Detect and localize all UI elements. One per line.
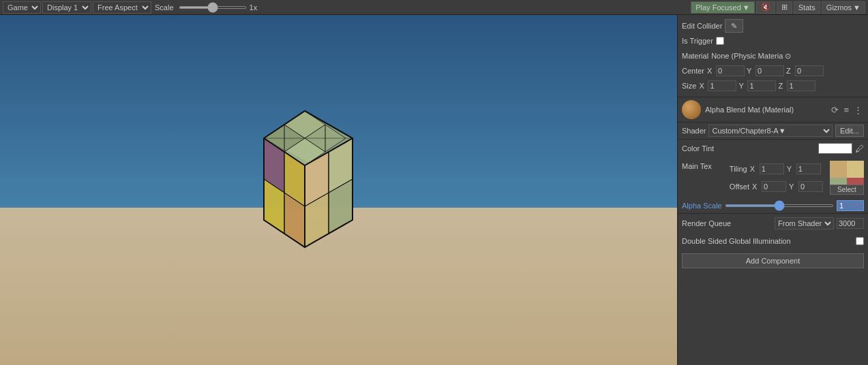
color-picker-icon[interactable]: 🖊 bbox=[855, 144, 864, 154]
is-trigger-label: Is Trigger bbox=[682, 37, 713, 45]
tex-cell-1 bbox=[830, 161, 847, 178]
material-label: Material bbox=[682, 52, 708, 60]
size-y-input[interactable] bbox=[747, 80, 776, 91]
tex-cell-2 bbox=[847, 161, 864, 178]
shader-select[interactable]: Custom/Chapter8-A▼ bbox=[708, 125, 832, 137]
center-x-input[interactable] bbox=[716, 65, 745, 76]
double-sided-row: Double Sided Global Illumination bbox=[678, 234, 868, 248]
center-row: Center X Y Z bbox=[682, 64, 864, 78]
tex-settings: Tiling X Y Offset X Y bbox=[730, 161, 823, 195]
offset-y-input[interactable] bbox=[798, 181, 823, 192]
alpha-scale-row: Alpha Scale bbox=[678, 198, 868, 214]
size-label: Size bbox=[682, 82, 696, 90]
offset-label: Offset bbox=[730, 182, 749, 191]
main-tex-label: Main Tex bbox=[682, 162, 712, 170]
3d-cube bbox=[216, 97, 393, 283]
tiling-row: Tiling X Y bbox=[730, 162, 823, 176]
alpha-scale-input[interactable] bbox=[837, 200, 864, 211]
is-trigger-row: Is Trigger bbox=[682, 34, 864, 48]
offset-x-label: X bbox=[752, 182, 759, 191]
color-tint-label: Color Tint bbox=[682, 144, 714, 153]
scale-value: 1x bbox=[250, 3, 258, 12]
gizmos-chevron-icon: ▼ bbox=[853, 3, 860, 12]
is-trigger-checkbox[interactable] bbox=[716, 37, 724, 45]
box-collider-section: Edit Collider ✎ Is Trigger Material None… bbox=[678, 15, 868, 97]
tiling-x-label: X bbox=[750, 165, 757, 173]
tiling-label: Tiling bbox=[730, 165, 747, 173]
color-tint-swatch[interactable] bbox=[818, 143, 852, 154]
game-view bbox=[0, 15, 677, 365]
size-z-label: Z bbox=[778, 82, 785, 90]
size-x-input[interactable] bbox=[708, 80, 736, 91]
material-header: Alpha Blend Mat (Material) ⟳ ≡ ⋮ bbox=[678, 97, 868, 123]
double-sided-checkbox[interactable] bbox=[856, 237, 864, 245]
game-toolbar: Game Display 1 Free Aspect Scale 1x Play… bbox=[0, 0, 868, 15]
shader-label: Shader bbox=[682, 127, 706, 135]
shader-row: Shader Custom/Chapter8-A▼ Edit... bbox=[678, 123, 868, 140]
stats-button[interactable]: Stats bbox=[794, 1, 820, 14]
render-queue-value[interactable] bbox=[837, 218, 864, 229]
grid-icon-button[interactable]: ⊞ bbox=[777, 1, 792, 14]
center-label: Center bbox=[682, 67, 704, 75]
center-y-input[interactable] bbox=[755, 65, 784, 76]
size-y-label: Y bbox=[738, 82, 745, 90]
center-z-label: Z bbox=[786, 67, 793, 75]
render-queue-label: Render Queue bbox=[682, 219, 731, 227]
scale-label: Scale bbox=[153, 3, 176, 12]
scale-container: Scale 1x bbox=[153, 3, 257, 12]
material-name: Alpha Blend Mat (Material) bbox=[705, 106, 826, 114]
alpha-scale-label: Alpha Scale bbox=[682, 202, 722, 210]
alpha-scale-slider[interactable] bbox=[725, 204, 834, 207]
double-sided-label: Double Sided Global Illumination bbox=[682, 237, 791, 245]
add-component-button[interactable]: Add Component bbox=[682, 253, 864, 268]
mute-icon: 🔇 bbox=[761, 3, 770, 12]
center-y-label: Y bbox=[747, 67, 753, 75]
offset-y-label: Y bbox=[789, 182, 796, 191]
size-row: Size X Y Z bbox=[682, 79, 864, 93]
stats-label: Stats bbox=[798, 3, 815, 12]
render-queue-row: Render Queue From Shader bbox=[678, 215, 868, 232]
edit-collider-label: Edit Collider bbox=[682, 22, 722, 30]
scale-slider[interactable] bbox=[179, 6, 247, 9]
chevron-down-icon: ▼ bbox=[743, 3, 750, 12]
shader-edit-button[interactable]: Edit... bbox=[835, 125, 864, 137]
main-content: Edit Collider ✎ Is Trigger Material None… bbox=[0, 15, 868, 365]
display-select[interactable]: Display 1 bbox=[42, 1, 91, 14]
tiling-y-label: Y bbox=[787, 165, 794, 173]
gizmos-label: Gizmos bbox=[826, 3, 852, 12]
offset-x-input[interactable] bbox=[762, 181, 786, 192]
refresh-icon-button[interactable]: ⟳ bbox=[830, 105, 840, 115]
game-mode-select[interactable]: Game bbox=[3, 1, 41, 14]
tiling-x-input[interactable] bbox=[760, 163, 784, 174]
settings-icon-button[interactable]: ≡ bbox=[842, 105, 850, 115]
center-coords: X Y Z bbox=[707, 65, 824, 76]
more-icon-button[interactable]: ⋮ bbox=[852, 105, 864, 115]
main-tex-row: Main Tex Tiling X Y Offset X Y bbox=[678, 159, 868, 197]
tiling-y-input[interactable] bbox=[796, 163, 821, 174]
mute-button[interactable]: 🔇 bbox=[756, 1, 775, 14]
material-icon bbox=[682, 100, 701, 119]
inspector-panel: Edit Collider ✎ Is Trigger Material None… bbox=[677, 15, 868, 365]
play-focused-button[interactable]: Play Focused ▼ bbox=[691, 1, 755, 14]
edit-collider-button[interactable]: ✎ bbox=[725, 19, 743, 33]
render-queue-select[interactable]: From Shader bbox=[775, 217, 834, 229]
material-actions: ⟳ ≡ ⋮ bbox=[830, 105, 864, 115]
center-z-input[interactable] bbox=[795, 65, 824, 76]
center-x-label: X bbox=[707, 67, 714, 75]
gizmos-button[interactable]: Gizmos ▼ bbox=[822, 1, 865, 14]
material-value: None (Physic Materia ⊙ bbox=[711, 52, 864, 61]
aspect-select[interactable]: Free Aspect bbox=[93, 1, 151, 14]
size-coords: X Y Z bbox=[699, 80, 815, 91]
offset-row: Offset X Y bbox=[730, 180, 823, 193]
size-x-label: X bbox=[699, 82, 706, 90]
play-focused-label: Play Focused bbox=[695, 3, 741, 12]
edit-collider-row: Edit Collider ✎ bbox=[682, 19, 864, 33]
color-tint-row: Color Tint 🖊 bbox=[678, 141, 868, 156]
size-z-input[interactable] bbox=[787, 80, 815, 91]
material-row: Material None (Physic Materia ⊙ bbox=[682, 49, 864, 63]
tex-select-button[interactable]: Select bbox=[830, 185, 864, 195]
texture-preview-container: Select bbox=[830, 161, 864, 195]
